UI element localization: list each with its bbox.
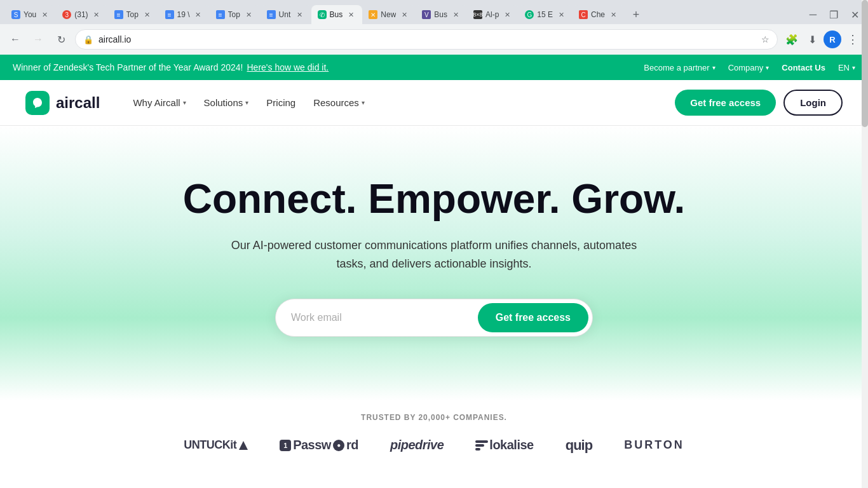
tab-3-favicon: ≡ — [114, 10, 123, 19]
nav-solutions[interactable]: Solutions ▾ — [196, 92, 257, 113]
become-partner-link[interactable]: Become a partner ▾ — [644, 63, 715, 72]
tab-1-title: You — [24, 10, 36, 19]
tab-11[interactable]: G 15 E ✕ — [519, 5, 573, 24]
tab-1-favicon: S — [11, 10, 20, 19]
login-button[interactable]: Login — [783, 90, 843, 116]
quip-logo: quip — [566, 437, 592, 454]
nav-links: Why Aircall ▾ Solutions ▾ Pricing Resour… — [125, 92, 675, 113]
tab-10[interactable]: 8×8 Al-p ✕ — [467, 5, 519, 24]
browser-chrome: S You ✕ 3 (31) ✕ ≡ Top ✕ ≡ 19 \ ✕ ≡ Top … — [0, 0, 868, 55]
forward-button[interactable]: → — [29, 30, 47, 48]
tab-bar: S You ✕ 3 (31) ✕ ≡ Top ✕ ≡ 19 \ ✕ ≡ Top … — [0, 0, 868, 24]
tab-6-title: Unt — [279, 10, 292, 19]
hero-email-form: Get free access — [275, 299, 593, 337]
tab-11-favicon: G — [525, 10, 534, 19]
url-text[interactable]: aircall.io — [98, 34, 756, 44]
tab-4-close[interactable]: ✕ — [193, 10, 203, 20]
language-selector[interactable]: EN ▾ — [838, 63, 855, 72]
company-logo-strip: UNTUCKit 1 Passw ● rd pipedrive — [25, 437, 843, 454]
pipedrive-logo: pipedrive — [390, 438, 444, 452]
tab-7-active[interactable]: ✆ Bus ✕ — [311, 5, 363, 24]
website-content: Winner of Zendesk's Tech Partner of the … — [0, 55, 868, 479]
untuckit-logo: UNTUCKit — [184, 438, 248, 452]
nav-resources[interactable]: Resources ▾ — [306, 92, 372, 113]
why-aircall-chevron-icon: ▾ — [183, 99, 186, 106]
tab-9-title: Bus — [434, 10, 447, 19]
tab-8[interactable]: ✕ New ✕ — [362, 5, 416, 24]
downloads-button[interactable]: ⬇ — [803, 30, 821, 48]
banner-link[interactable]: Here's how we did it. — [247, 62, 329, 72]
tab-8-close[interactable]: ✕ — [399, 10, 409, 20]
tab-2-title: (31) — [74, 10, 88, 19]
nav-pricing[interactable]: Pricing — [259, 92, 303, 113]
hero-cta-button[interactable]: Get free access — [478, 303, 588, 332]
tab-10-close[interactable]: ✕ — [502, 10, 512, 20]
hero-subtitle: Our AI-powered customer communications p… — [231, 236, 637, 273]
back-button[interactable]: ← — [6, 30, 24, 48]
tab-12-close[interactable]: ✕ — [608, 10, 618, 20]
company-link[interactable]: Company ▾ — [728, 63, 770, 72]
tab-3-close[interactable]: ✕ — [142, 10, 153, 20]
top-banner: Winner of Zendesk's Tech Partner of the … — [0, 55, 868, 80]
tab-4[interactable]: ≡ 19 \ ✕ — [159, 5, 210, 24]
address-bar-icons: ☆ — [761, 34, 770, 44]
tab-9-favicon: V — [422, 10, 431, 19]
tab-1-close[interactable]: ✕ — [39, 10, 50, 20]
scrollbar-thumb[interactable] — [862, 0, 868, 127]
new-tab-button[interactable]: + — [627, 6, 645, 24]
svg-rect-2 — [475, 444, 484, 447]
get-free-access-button[interactable]: Get free access — [675, 90, 776, 116]
tab-11-close[interactable]: ✕ — [556, 10, 566, 20]
tab-11-title: 15 E — [537, 10, 553, 19]
partner-chevron-icon: ▾ — [712, 64, 715, 71]
tab-9[interactable]: V Bus ✕ — [416, 5, 467, 24]
tab-12[interactable]: C Che ✕ — [573, 5, 625, 24]
tab-8-title: New — [381, 10, 396, 19]
reload-button[interactable]: ↻ — [52, 30, 70, 48]
tab-2[interactable]: 3 (31) ✕ — [56, 5, 107, 24]
banner-text: Winner of Zendesk's Tech Partner of the … — [13, 62, 243, 72]
hero-title: Connect. Empower. Grow. — [25, 177, 843, 221]
lock-icon: 🔒 — [83, 35, 93, 44]
tab-7-favicon: ✆ — [318, 10, 327, 19]
profile-button[interactable]: R — [824, 30, 841, 48]
tab-9-close[interactable]: ✕ — [451, 10, 461, 20]
menu-button[interactable]: ⋮ — [844, 30, 862, 48]
scrollbar-track[interactable] — [862, 0, 868, 479]
hero-email-input[interactable] — [291, 312, 478, 323]
tab-5-close[interactable]: ✕ — [244, 10, 254, 20]
browser-actions: 🧩 ⬇ R ⋮ — [783, 30, 862, 48]
company-chevron-icon: ▾ — [766, 64, 769, 71]
close-button[interactable]: ✕ — [847, 8, 863, 22]
address-bar[interactable]: 🔒 aircall.io ☆ — [75, 29, 778, 50]
svg-rect-3 — [475, 448, 480, 451]
extensions-button[interactable]: 🧩 — [783, 30, 801, 48]
trusted-label: TRUSTED BY 20,000+ COMPANIES. — [25, 413, 843, 422]
tab-10-title: Al-p — [485, 10, 499, 19]
main-nav: aircall Why Aircall ▾ Solutions ▾ Pricin… — [0, 80, 868, 126]
lokalise-logo: lokalise — [475, 438, 533, 452]
tab-2-close[interactable]: ✕ — [92, 10, 102, 20]
logo[interactable]: aircall — [25, 91, 100, 115]
tab-6-close[interactable]: ✕ — [295, 10, 305, 20]
tab-1[interactable]: S You ✕ — [5, 5, 56, 24]
tab-10-favicon: 8×8 — [473, 10, 482, 19]
tab-2-favicon: 3 — [62, 10, 71, 19]
bookmark-star-icon[interactable]: ☆ — [761, 34, 770, 44]
maximize-button[interactable]: ❐ — [825, 8, 842, 22]
resources-chevron-icon: ▾ — [362, 99, 365, 106]
tab-4-favicon: ≡ — [165, 10, 174, 19]
nav-why-aircall[interactable]: Why Aircall ▾ — [125, 92, 193, 113]
svg-marker-0 — [239, 441, 248, 450]
tab-12-favicon: C — [579, 10, 588, 19]
tab-5[interactable]: ≡ Top ✕ — [210, 5, 261, 24]
tab-6[interactable]: ≡ Unt ✕ — [261, 5, 311, 24]
tab-5-favicon: ≡ — [216, 10, 225, 19]
tab-7-close[interactable]: ✕ — [346, 10, 356, 20]
contact-us-link[interactable]: Contact Us — [782, 63, 825, 72]
tab-3[interactable]: ≡ Top ✕ — [108, 5, 159, 24]
minimize-button[interactable]: ─ — [806, 8, 820, 22]
tab-5-title: Top — [228, 10, 241, 19]
window-controls: ─ ❐ ✕ — [806, 8, 863, 22]
svg-rect-1 — [475, 440, 488, 443]
